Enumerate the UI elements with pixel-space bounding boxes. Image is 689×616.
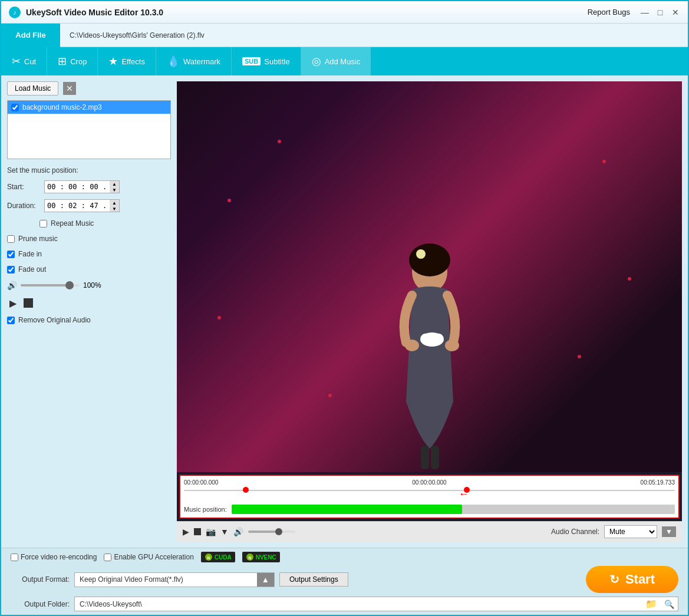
toolbar: ✂ Cut ⊞ Crop ★ Effects 💧 Watermark SUB S… — [1, 47, 688, 75]
petal-6 — [578, 355, 581, 358]
duration-time-input-container: ▲ ▼ — [44, 199, 120, 212]
svg-rect-9 — [431, 446, 439, 469]
remove-audio-label: Remove Original Audio — [18, 316, 91, 324]
timeline-marker-start[interactable] — [243, 487, 249, 493]
start-icon: ↻ — [609, 572, 619, 587]
volume-thumb[interactable] — [65, 281, 74, 289]
toolbar-add-music[interactable]: ◎ Add Music — [301, 47, 371, 75]
nvenc-label: NVENC — [256, 554, 276, 561]
browse-folder-button[interactable]: 📁 — [642, 597, 661, 611]
music-list-box[interactable]: background music-2.mp3 — [7, 100, 171, 159]
music-item-name: background music-2.mp3 — [22, 103, 102, 111]
bottom-row1: Force video re-encoding Enable GPU Accel… — [11, 552, 678, 562]
fade-out-checkbox[interactable] — [7, 266, 15, 274]
left-panel: Load Music ✕ background music-2.mp3 Set … — [7, 81, 171, 542]
prune-music-checkbox[interactable] — [7, 235, 15, 243]
enable-gpu-label[interactable]: Enable GPU Acceleration — [104, 553, 193, 561]
video-controls: ▶ 📷 ▼ 🔊 Audio Channel: Mute Left Right S… — [177, 521, 682, 542]
watermark-label: Watermark — [183, 57, 220, 66]
load-music-button[interactable]: Load Music — [7, 81, 58, 95]
timeline-section: 00:00:00.000 00:00:00.000 00:05:19.733 ←… — [179, 475, 680, 519]
svg-text:N: N — [207, 556, 210, 560]
volume-slider[interactable] — [21, 284, 80, 286]
vc-volume-slider[interactable] — [248, 531, 295, 533]
audio-channel-dropdown-button[interactable]: ▼ — [662, 526, 676, 537]
music-position-bar-bg[interactable] — [232, 505, 675, 514]
vc-dropdown-button[interactable]: ▼ — [220, 527, 229, 536]
crop-icon: ⊞ — [58, 55, 67, 68]
svg-point-3 — [409, 243, 450, 276]
svg-rect-8 — [421, 446, 429, 469]
volume-row: 🔊 100% — [7, 281, 171, 290]
toolbar-cut[interactable]: ✂ Cut — [1, 47, 47, 75]
timestamp-1: 00:00:00.000 — [184, 479, 218, 486]
toolbar-watermark[interactable]: 💧 Watermark — [156, 47, 232, 75]
effects-icon: ★ — [108, 55, 118, 68]
music-list-header: Load Music ✕ — [7, 81, 171, 95]
prune-music-row: Prune music — [7, 235, 171, 243]
fade-in-checkbox[interactable] — [7, 251, 15, 258]
add-file-button[interactable]: Add File — [1, 24, 60, 47]
enable-gpu-checkbox[interactable] — [104, 554, 111, 561]
music-position-bar-fill — [232, 505, 462, 514]
repeat-music-row: Repeat Music — [39, 219, 171, 228]
start-label: Start — [625, 572, 655, 587]
close-music-button[interactable]: ✕ — [63, 82, 76, 95]
output-format-dropdown[interactable]: ▲ — [257, 573, 274, 587]
effects-label: Effects — [121, 57, 145, 66]
close-button[interactable]: ✕ — [670, 7, 681, 18]
output-format-container: Keep Original Video Format(*.flv) ▲ — [74, 572, 275, 587]
output-settings-button[interactable]: Output Settings — [279, 572, 348, 587]
petal-3 — [217, 316, 221, 319]
report-bugs-link[interactable]: Report Bugs — [588, 8, 630, 17]
start-time-input[interactable] — [45, 182, 110, 192]
duration-time-down[interactable]: ▼ — [110, 206, 119, 212]
app-window: ♪ UkeySoft Video Music Editor 10.3.0 Rep… — [0, 0, 689, 616]
start-position-row: Start: ▲ ▼ — [7, 180, 171, 193]
vc-volume-thumb[interactable] — [275, 528, 282, 535]
force-encoding-label[interactable]: Force video re-encoding — [11, 553, 97, 561]
bottom-row3: Output Folder: C:\Videos-Ukeysoft\ 📁 🔍 — [11, 597, 678, 611]
app-title: UkeySoft Video Music Editor 10.3.0 — [26, 8, 163, 17]
start-button[interactable]: ↻ Start — [586, 566, 678, 593]
audio-channel-select[interactable]: Mute Left Right Stereo — [604, 525, 657, 538]
timeline-arrow: ← — [459, 488, 469, 500]
vc-camera-button[interactable]: 📷 — [206, 527, 216, 536]
start-time-down[interactable]: ▼ — [110, 187, 119, 193]
add-file-bar: Add File C:\Videos-Ukeysoft\Girls' Gener… — [1, 24, 688, 47]
play-button[interactable]: ▶ — [7, 297, 19, 309]
vc-play-button[interactable]: ▶ — [183, 527, 189, 536]
start-time-input-container: ▲ ▼ — [44, 180, 120, 193]
petal-7 — [328, 394, 332, 397]
music-list-item[interactable]: background music-2.mp3 — [8, 101, 170, 114]
volume-percent: 100% — [83, 281, 101, 289]
duration-time-input[interactable] — [45, 200, 110, 211]
toolbar-subtitle[interactable]: SUB Subtitle — [232, 47, 301, 75]
minimize-button[interactable]: — — [639, 7, 650, 18]
toolbar-crop[interactable]: ⊞ Crop — [47, 47, 98, 75]
duration-time-up[interactable]: ▲ — [110, 200, 119, 206]
force-encoding-checkbox[interactable] — [11, 554, 18, 561]
restore-button[interactable]: □ — [655, 7, 665, 18]
svg-text:N: N — [248, 556, 251, 560]
search-folder-button[interactable]: 🔍 — [661, 598, 678, 610]
toolbar-effects[interactable]: ★ Effects — [98, 47, 156, 75]
vc-stop-button[interactable] — [194, 528, 201, 535]
duration-time-spinners: ▲ ▼ — [110, 200, 119, 212]
svg-point-6 — [445, 340, 459, 351]
remove-audio-checkbox[interactable] — [7, 317, 15, 324]
bottom-bar: Force video re-encoding Enable GPU Accel… — [1, 548, 688, 615]
stop-button[interactable] — [24, 298, 33, 308]
music-position-label: Music position: — [184, 506, 227, 513]
repeat-music-checkbox[interactable] — [39, 220, 47, 228]
repeat-music-label: Repeat Music — [51, 219, 94, 228]
start-time-up[interactable]: ▲ — [110, 181, 119, 187]
add-music-icon: ◎ — [312, 55, 321, 68]
right-panel: 00:00:00.000 00:00:00.000 00:05:19.733 ←… — [177, 81, 682, 542]
music-item-checkbox[interactable] — [11, 104, 19, 111]
bottom-row2-wrapper: Output Format: Keep Original Video Forma… — [11, 566, 678, 593]
timeline-track[interactable]: ← — [184, 488, 675, 502]
subtitle-icon: SUB — [242, 57, 261, 65]
timestamp-3: 00:05:19.733 — [641, 479, 675, 486]
petal-2 — [228, 199, 231, 202]
